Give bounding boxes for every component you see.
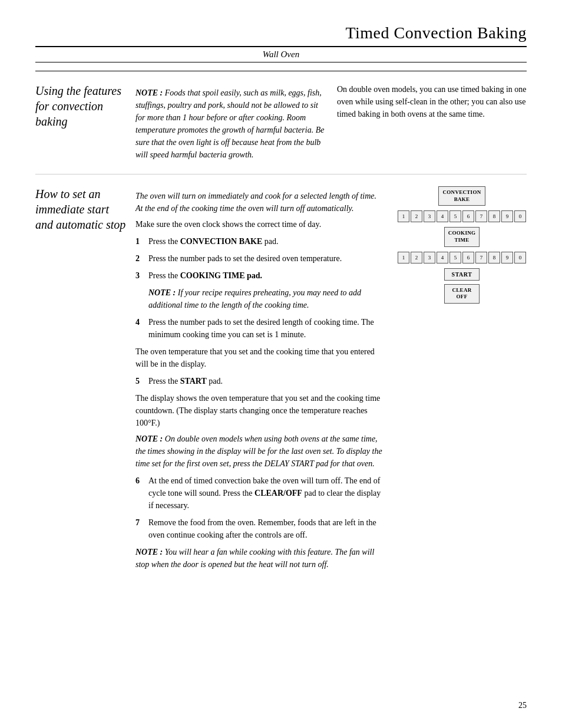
key2-7[interactable]: 7 (475, 252, 487, 263)
section2-label: How to set an immediate start and automa… (35, 186, 135, 574)
step1-text: Press the CONVECTION BAKE pad. (148, 235, 385, 248)
header: Timed Convection Baking (35, 24, 527, 47)
step-2: 2 Press the number pads to set the desir… (135, 252, 385, 265)
key2-6[interactable]: 6 (462, 252, 474, 263)
key2-5[interactable]: 5 (449, 252, 461, 263)
step-7: 7 Remove the food from the oven. Remembe… (135, 516, 385, 541)
key2-8[interactable]: 8 (488, 252, 500, 263)
subtitle: Wall Oven (35, 50, 527, 62)
step-1: 1 Press the CONVECTION BAKE pad. (135, 235, 385, 248)
step-4: 4 Press the number pads to set the desir… (135, 316, 385, 341)
key-7[interactable]: 7 (475, 210, 487, 222)
key-6[interactable]: 6 (462, 210, 474, 222)
key2-4[interactable]: 4 (437, 252, 448, 263)
section1-right-text: On double oven models, you can use timed… (337, 83, 527, 164)
key2-0[interactable]: 0 (514, 252, 526, 263)
key-4[interactable]: 4 (437, 210, 448, 222)
section1-label: Using the features for convection baking (35, 83, 135, 164)
key2-9[interactable]: 9 (501, 252, 513, 263)
para-clock: Make sure the oven clock shows the corre… (135, 218, 385, 230)
diagram-area: CONVECTION BAKE 1 2 3 4 5 6 7 8 9 0 (397, 186, 527, 574)
key2-2[interactable]: 2 (411, 252, 422, 263)
step-3: 3 Press the COOKING TIME pad. (135, 269, 385, 282)
section2-main-text: The oven will turn on immediately and co… (135, 186, 397, 574)
note4: NOTE : You will hear a fan while cooking… (135, 546, 385, 571)
section1-content: NOTE : Foods that spoil easily, such as … (135, 83, 527, 164)
key-1[interactable]: 1 (398, 210, 409, 222)
key-8[interactable]: 8 (488, 210, 500, 222)
step-6: 6 At the end of timed convection bake th… (135, 475, 385, 512)
page-title: Timed Convection Baking (345, 24, 527, 42)
section1-left-text: NOTE : Foods that spoil easily, such as … (135, 83, 337, 164)
section1-note: NOTE : Foods that spoil easily, such as … (135, 87, 325, 161)
key-5[interactable]: 5 (449, 210, 461, 222)
para-display2: The display shows the oven temperature t… (135, 392, 385, 429)
start-button[interactable]: START (444, 268, 480, 281)
keypad-row-2: 1 2 3 4 5 6 7 8 9 0 (398, 252, 526, 263)
convection-bake-button[interactable]: CONVECTION BAKE (438, 186, 485, 206)
step6-text: At the end of timed convection bake the … (148, 475, 385, 512)
section-how-to-set: How to set an immediate start and automa… (35, 174, 527, 584)
key-3[interactable]: 3 (424, 210, 435, 222)
key-0[interactable]: 0 (514, 210, 526, 222)
section-convection-features: Using the features for convection baking… (35, 71, 527, 174)
key2-3[interactable]: 3 (424, 252, 435, 263)
intro-italic: The oven will turn on immediately and co… (135, 190, 385, 215)
page-number: 25 (518, 701, 527, 710)
section2-content: The oven will turn on immediately and co… (135, 186, 527, 574)
keypad-row-1: 1 2 3 4 5 6 7 8 9 0 (398, 210, 526, 222)
note2: NOTE : If your recipe requires preheatin… (148, 286, 385, 311)
cooking-time-button[interactable]: COOKING TIME (444, 227, 480, 246)
page: Timed Convection Baking Wall Oven Using … (0, 0, 562, 728)
step-5: 5 Press the START pad. (135, 375, 385, 387)
note3: NOTE : On double oven models when using … (135, 433, 385, 470)
step5-text: Press the START pad. (148, 375, 385, 387)
key-2[interactable]: 2 (411, 210, 422, 222)
clear-off-button[interactable]: CLEAR OFF (444, 284, 480, 304)
para-display: The oven temperature that you set and th… (135, 345, 385, 370)
key-9[interactable]: 9 (501, 210, 513, 222)
key2-1[interactable]: 1 (398, 252, 409, 263)
step3-text: Press the COOKING TIME pad. (148, 269, 385, 282)
